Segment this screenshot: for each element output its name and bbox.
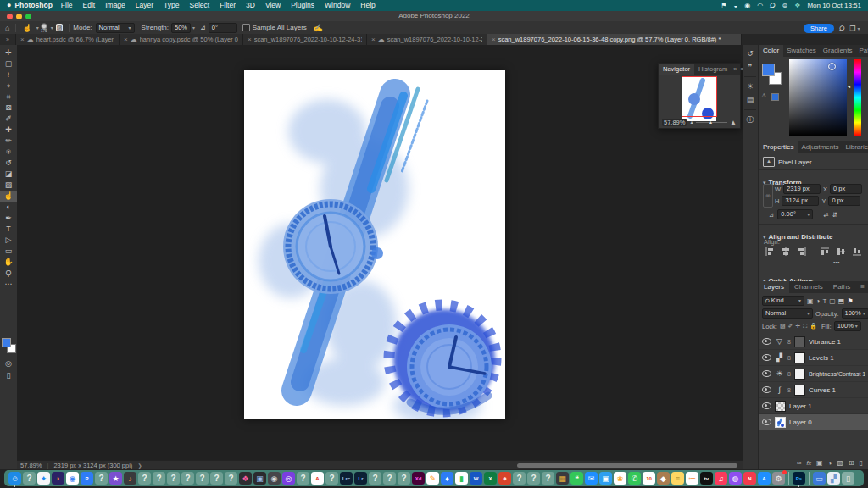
gamut-warning-icon[interactable]: ⚠ bbox=[761, 92, 766, 99]
canvas-area[interactable] bbox=[17, 45, 743, 469]
dock-safari[interactable]: ✦ bbox=[37, 472, 50, 485]
wh-link-toggle[interactable]: ∞ bbox=[763, 184, 773, 208]
align-right-icon[interactable] bbox=[798, 247, 806, 256]
delete-layer-icon[interactable]: ▯ bbox=[860, 459, 863, 467]
close-tab-icon[interactable]: × bbox=[371, 36, 376, 43]
document-tab-3[interactable]: × scan_w1897076_2022-10-10-12-24-31.pdf … bbox=[243, 34, 367, 45]
filter-adjustment-layers-icon[interactable]: ◑ bbox=[816, 297, 821, 305]
layer-mask-thumbnail[interactable] bbox=[794, 385, 805, 396]
layer-visibility-eye-icon[interactable] bbox=[762, 354, 771, 361]
dock-photoshop[interactable]: Ps bbox=[793, 472, 805, 485]
panel-menu-icon[interactable]: ≡ bbox=[860, 281, 868, 293]
dock-missing-app-8[interactable]: ? bbox=[210, 472, 223, 485]
dodge-tool[interactable]: ◐ bbox=[0, 202, 17, 213]
navigator-zoom-value[interactable]: 57.89% bbox=[662, 119, 687, 126]
sample-all-layers-checkbox[interactable] bbox=[242, 24, 250, 31]
layer-name[interactable]: Layer 0 bbox=[789, 419, 812, 426]
document-tab-5-active[interactable]: × scan_w1897076_2022-10-06-15-36-48 copy… bbox=[487, 34, 742, 45]
dock-missing-app-11[interactable]: ? bbox=[326, 472, 338, 485]
dock-camera-app[interactable]: ◉ bbox=[268, 472, 281, 485]
home-icon[interactable]: ⌂ bbox=[5, 24, 9, 32]
brush-preset-picker[interactable]: 175 bbox=[41, 23, 47, 33]
brush-settings-panel-icon[interactable]: ▤ bbox=[743, 93, 758, 107]
lock-all-icon[interactable]: 🔒 bbox=[810, 323, 817, 330]
tab-color[interactable]: Color bbox=[759, 45, 783, 57]
fill-field[interactable]: 100%▾ bbox=[834, 321, 861, 331]
eraser-tool[interactable]: ◪ bbox=[0, 169, 17, 180]
tab-paths[interactable]: Paths bbox=[828, 281, 855, 293]
dock-launchpad[interactable]: ▦ bbox=[556, 472, 569, 485]
share-button[interactable]: Share bbox=[804, 24, 834, 33]
document-tab-2[interactable]: × ☁ hannya copy.psdc @ 50% (Layer 0 copy… bbox=[120, 34, 243, 45]
brush-angle-field[interactable]: 0° bbox=[209, 23, 237, 33]
dock-missing-app-15[interactable]: ? bbox=[513, 472, 526, 485]
dock-missing-app-9[interactable]: ? bbox=[225, 472, 237, 485]
dock-music[interactable]: ♫ bbox=[715, 472, 727, 485]
new-group-icon[interactable]: ▧ bbox=[837, 459, 843, 467]
layer-visibility-eye-icon[interactable] bbox=[762, 338, 771, 345]
height-field[interactable]: 3124 px bbox=[782, 196, 819, 206]
dock-missing-app-1[interactable]: ? bbox=[23, 472, 36, 485]
search-icon[interactable]: Ϙ bbox=[837, 24, 847, 33]
dock-missing-app-12[interactable]: ? bbox=[369, 472, 381, 485]
smudge-tool[interactable]: ☝ bbox=[0, 191, 17, 202]
close-tab-icon[interactable]: × bbox=[492, 36, 496, 43]
layer-row-layer0-selected[interactable]: Layer 0 bbox=[759, 414, 868, 430]
dock-word[interactable]: W bbox=[470, 472, 482, 485]
dock-blue-app-2[interactable]: ▣ bbox=[599, 472, 612, 485]
layer-thumbnail[interactable] bbox=[775, 401, 786, 412]
menu-bar-clock[interactable]: Mon 10 Oct 13:51 bbox=[807, 0, 861, 11]
saturation-brightness-picker[interactable] bbox=[789, 59, 847, 136]
lock-position-icon[interactable]: ✛ bbox=[795, 323, 800, 330]
lock-transparent-pixels-icon[interactable]: ▨ bbox=[780, 323, 786, 330]
align-more-options[interactable]: ••• bbox=[833, 259, 839, 265]
flip-horizontal-icon[interactable]: ⇄ bbox=[823, 211, 828, 219]
dock-facetime[interactable]: ✆ bbox=[628, 472, 641, 485]
dock-red-app[interactable]: ● bbox=[498, 472, 511, 485]
panel-collapse-icon[interactable]: » bbox=[732, 64, 738, 75]
strength-value-field[interactable]: 50% bbox=[171, 23, 191, 33]
filter-smart-objects-icon[interactable]: ⬒ bbox=[838, 297, 845, 305]
tab-properties[interactable]: Properties bbox=[759, 141, 798, 153]
add-layer-mask-icon[interactable]: ▣ bbox=[816, 459, 823, 467]
document-tab-4[interactable]: × ☁ scan_w1897076_2022-10-10-12-24-31 co… bbox=[367, 34, 487, 45]
tab-swatches[interactable]: Swatches bbox=[783, 45, 820, 57]
tab-layers[interactable]: Layers bbox=[759, 281, 789, 293]
document-page[interactable] bbox=[244, 70, 505, 419]
menu-item-layer[interactable]: Layer bbox=[136, 0, 153, 11]
foreground-color-swatch[interactable] bbox=[2, 338, 11, 347]
dock-system-settings[interactable]: ⚙ bbox=[772, 472, 785, 485]
dock-missing-app-17[interactable]: ? bbox=[542, 472, 554, 485]
dock-purple-app[interactable]: ◎ bbox=[282, 472, 295, 485]
layer-name[interactable]: Brightness/Contrast 1 bbox=[809, 371, 865, 377]
layer-row-layer1[interactable]: Layer 1 bbox=[759, 398, 868, 414]
blend-mode-dropdown[interactable]: Normal▾ bbox=[762, 308, 813, 319]
layer-name[interactable]: Layer 1 bbox=[789, 402, 812, 410]
tool-preset-dropdown-arrow[interactable]: ▾ bbox=[36, 25, 39, 30]
clone-stamp-tool[interactable]: ⍟ bbox=[0, 147, 17, 158]
dock-lightroom-classic[interactable]: Lrc bbox=[340, 472, 353, 485]
dock-tv[interactable]: tv bbox=[700, 472, 713, 485]
app-status-icon[interactable]: ◒ bbox=[733, 0, 737, 11]
dock-missing-app-16[interactable]: ? bbox=[527, 472, 540, 485]
menu-item-help[interactable]: Help bbox=[360, 0, 375, 11]
rectangle-tool[interactable]: ▭ bbox=[0, 246, 17, 257]
quick-mask-mode-button[interactable]: ◎ bbox=[0, 358, 17, 369]
dock-excel[interactable]: X bbox=[484, 472, 497, 485]
layer-row-brightness-contrast[interactable]: ☀ 8 Brightness/Contrast 1 bbox=[759, 366, 868, 382]
dock-missing-app-14[interactable]: ? bbox=[398, 472, 410, 485]
type-tool[interactable]: T bbox=[0, 224, 17, 235]
close-tab-icon[interactable]: × bbox=[248, 36, 252, 43]
navigator-preview-thumbnail[interactable] bbox=[682, 77, 716, 116]
y-field[interactable]: 0 px bbox=[828, 196, 860, 206]
path-selection-tool[interactable]: ▷ bbox=[0, 235, 17, 246]
layer-visibility-eye-icon[interactable] bbox=[762, 402, 771, 409]
layer-row-vibrance[interactable]: ▽ 8 Vibrance 1 bbox=[759, 334, 868, 350]
new-adjustment-layer-icon[interactable]: ◑ bbox=[827, 459, 832, 467]
layer-mask-thumbnail[interactable] bbox=[794, 352, 805, 363]
menu-item-view[interactable]: View bbox=[265, 0, 281, 11]
tab-patterns[interactable]: Patterns bbox=[856, 45, 868, 57]
filter-shape-layers-icon[interactable]: ▢ bbox=[829, 297, 836, 305]
layer-effects-icon[interactable]: fx bbox=[806, 460, 810, 466]
dock-photos[interactable]: ❀ bbox=[614, 472, 626, 485]
